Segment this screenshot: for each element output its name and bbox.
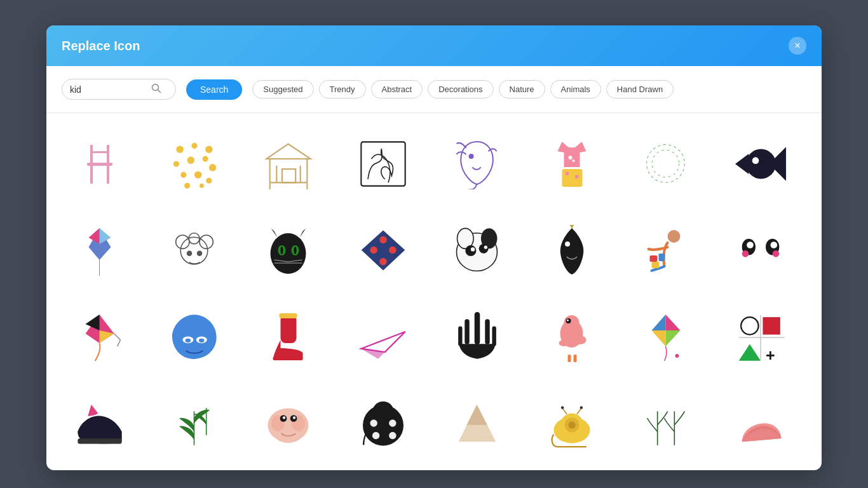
icon-grid-container: + (46, 113, 822, 470)
svg-marker-109 (666, 315, 681, 330)
svg-rect-31 (562, 169, 582, 187)
icon-snail[interactable] (534, 385, 610, 461)
filter-abstract[interactable]: Abstract (371, 80, 423, 98)
icon-dots-pattern[interactable] (156, 126, 233, 202)
filter-hand-drawn[interactable]: Hand Drawn (606, 80, 674, 98)
svg-point-105 (559, 340, 569, 346)
icon-geometric-kite[interactable] (628, 299, 704, 375)
icon-blue-blob[interactable] (156, 299, 233, 375)
svg-marker-21 (266, 144, 310, 159)
filter-suggested[interactable]: Suggested (252, 80, 313, 98)
icon-dog-face[interactable] (439, 212, 515, 288)
svg-point-80 (772, 250, 779, 257)
svg-line-98 (384, 332, 405, 352)
svg-point-8 (176, 146, 183, 152)
icon-ladybug[interactable] (345, 385, 421, 461)
icon-kid-playing[interactable] (628, 212, 704, 288)
svg-line-143 (562, 409, 567, 414)
svg-point-45 (175, 235, 189, 248)
svg-point-48 (186, 251, 192, 257)
icon-red-boot[interactable] (250, 299, 327, 375)
svg-point-38 (752, 157, 759, 164)
filter-animals[interactable]: Animals (550, 80, 601, 98)
svg-line-1 (158, 90, 161, 93)
icon-geometric-fish[interactable] (722, 126, 799, 202)
svg-point-69 (471, 247, 475, 251)
icon-cat-face[interactable] (250, 212, 327, 288)
svg-point-67 (465, 245, 476, 256)
svg-rect-75 (650, 255, 658, 262)
icon-pink-fan[interactable] (722, 385, 799, 461)
icon-playground[interactable] (250, 126, 327, 202)
svg-point-19 (200, 184, 204, 188)
svg-point-127 (283, 416, 285, 419)
svg-point-54 (294, 247, 297, 254)
svg-rect-6 (90, 166, 93, 184)
modal-overlay: Replace Icon × Search Suggested Trendy A… (0, 0, 868, 488)
svg-rect-2 (90, 145, 93, 164)
filter-nature[interactable]: Nature (499, 80, 545, 98)
svg-point-35 (652, 150, 679, 177)
icon-scribble[interactable] (345, 126, 421, 202)
svg-point-134 (389, 419, 396, 426)
icon-mountain[interactable] (439, 385, 515, 461)
svg-marker-96 (361, 332, 405, 352)
svg-marker-39 (735, 154, 749, 174)
svg-point-16 (194, 171, 201, 178)
svg-point-61 (370, 247, 377, 254)
icon-clothes[interactable] (534, 126, 610, 202)
icon-wreath[interactable] (628, 126, 704, 202)
svg-point-17 (206, 178, 212, 184)
svg-point-81 (742, 250, 749, 257)
icon-leaves[interactable] (156, 385, 233, 461)
svg-point-14 (208, 164, 215, 171)
filter-trendy[interactable]: Trendy (319, 80, 366, 98)
icon-dark-bird[interactable] (534, 212, 610, 288)
svg-rect-7 (107, 166, 109, 184)
svg-point-91 (185, 339, 191, 342)
search-input[interactable] (70, 85, 146, 95)
svg-rect-4 (87, 163, 112, 166)
svg-rect-93 (281, 315, 297, 343)
icon-kite-arrow[interactable] (62, 299, 138, 375)
close-button[interactable]: × (789, 37, 806, 55)
svg-point-15 (180, 172, 186, 178)
svg-point-74 (668, 230, 681, 243)
svg-point-73 (570, 225, 574, 227)
svg-point-53 (281, 247, 283, 254)
svg-marker-138 (466, 405, 487, 425)
icon-simple-face[interactable] (722, 212, 799, 288)
icon-shapes-grid[interactable]: + (722, 299, 799, 375)
svg-point-83 (770, 241, 777, 248)
icon-chair[interactable] (62, 126, 138, 202)
filter-decorations[interactable]: Decorations (428, 80, 493, 98)
svg-point-131 (374, 407, 381, 414)
icon-pink-bird[interactable] (534, 299, 610, 375)
svg-point-12 (187, 157, 194, 164)
search-container (62, 79, 176, 100)
svg-rect-22 (282, 169, 295, 182)
icon-plant-sticks[interactable] (628, 385, 704, 461)
svg-point-49 (196, 251, 202, 257)
svg-point-9 (191, 143, 197, 149)
icon-kite-bird[interactable] (62, 212, 138, 288)
icon-shoe[interactable] (62, 385, 138, 461)
svg-point-146 (580, 406, 583, 409)
icon-paper-plane[interactable] (345, 299, 421, 375)
icon-hippo[interactable] (250, 385, 327, 461)
icon-parrot[interactable] (439, 126, 515, 202)
svg-point-37 (746, 149, 776, 179)
icon-diamond-dots[interactable] (345, 212, 421, 288)
replace-icon-modal: Replace Icon × Search Suggested Trendy A… (46, 25, 822, 470)
svg-point-68 (479, 244, 489, 254)
modal-toolbar: Search Suggested Trendy Abstract Decorat… (46, 66, 822, 113)
svg-point-47 (188, 233, 199, 244)
icon-poodle[interactable] (156, 212, 233, 288)
svg-line-144 (577, 409, 581, 414)
svg-rect-77 (652, 262, 660, 268)
icon-grid: + (62, 126, 806, 461)
modal-header: Replace Icon × (46, 25, 822, 66)
search-button[interactable]: Search (186, 79, 242, 100)
icon-hand[interactable] (439, 299, 515, 375)
svg-point-29 (568, 156, 572, 159)
